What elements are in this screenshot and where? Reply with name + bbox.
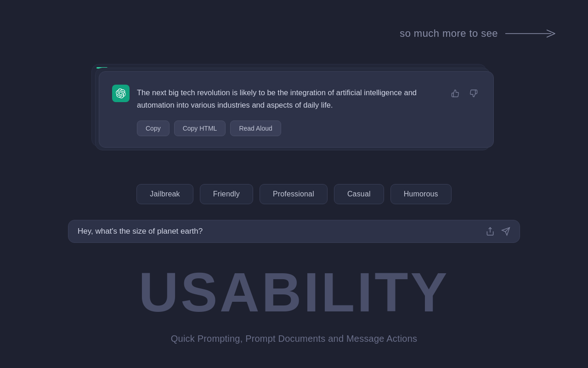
- chat-card-wrapper: The next big tech revolution is likely t…: [99, 71, 494, 148]
- copy-button[interactable]: Copy: [137, 121, 170, 136]
- input-bar: Hey, what's the size of planet earth?: [68, 220, 520, 243]
- usability-subtitle: Quick Prompting, Prompt Documents and Me…: [0, 334, 588, 344]
- send-icon[interactable]: [501, 227, 510, 236]
- tone-casual[interactable]: Casual: [334, 184, 384, 204]
- tone-humorous[interactable]: Humorous: [390, 184, 452, 204]
- chat-action-buttons: Copy Copy HTML Read Aloud: [137, 121, 481, 136]
- tone-jailbreak[interactable]: Jailbreak: [136, 184, 193, 204]
- input-text[interactable]: Hey, what's the size of planet earth?: [78, 227, 486, 236]
- arrow-icon: [505, 28, 560, 39]
- chat-card: The next big tech revolution is likely t…: [99, 71, 494, 148]
- tone-buttons: Jailbreak Friendly Professional Casual H…: [0, 184, 588, 204]
- chat-message-text: The next big tech revolution is likely t…: [137, 85, 441, 111]
- top-right-text: so much more to see: [400, 28, 498, 40]
- thumbs-up-button[interactable]: [448, 86, 462, 100]
- tone-friendly[interactable]: Friendly: [200, 184, 253, 204]
- thumbs-down-button[interactable]: [467, 86, 481, 100]
- read-aloud-button[interactable]: Read Aloud: [230, 121, 281, 136]
- chat-message: The next big tech revolution is likely t…: [112, 85, 481, 111]
- usability-title: USABILITY: [0, 264, 588, 320]
- copy-html-button[interactable]: Copy HTML: [174, 121, 226, 136]
- top-right-label: so much more to see: [400, 28, 560, 40]
- tone-professional[interactable]: Professional: [260, 184, 328, 204]
- share-icon[interactable]: [486, 227, 495, 236]
- chat-actions-right: [448, 85, 481, 100]
- input-icons: [486, 227, 510, 236]
- chatgpt-avatar: [112, 85, 130, 102]
